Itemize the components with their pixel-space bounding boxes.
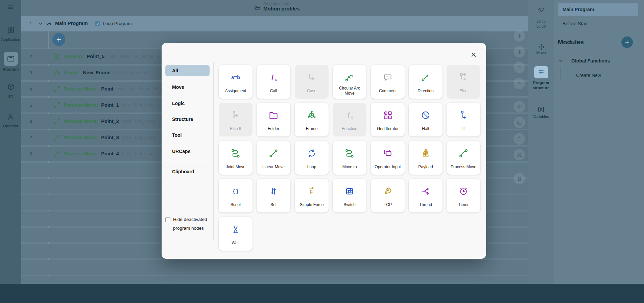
row-number: 5 [23,98,39,112]
node-tile-label: Timer [448,198,479,211]
variables-icon: {x} [538,106,544,112]
node-tile-comment[interactable]: Comment [371,65,405,99]
node-tile-payload[interactable]: Payload [409,141,443,175]
hand-guide-button[interactable] [528,5,554,14]
row-param: Create Live Frame [114,70,149,75]
row-point-name: Point_1 [101,102,119,108]
node-tile-label: Switch [334,198,365,211]
hide-deactivated-checkbox[interactable] [165,217,170,222]
create-new-button[interactable]: Create New [576,73,601,78]
panel-item-before-start[interactable]: Before Start [563,21,588,26]
node-tile-call[interactable]: ƒx Call [257,65,290,99]
tcp-icon [371,185,405,197]
rail-item-variables[interactable]: {x} [528,103,554,115]
category-clipboard[interactable]: Clipboard [165,166,210,177]
node-tile-set[interactable]: Set [257,179,290,212]
node-tile-loop[interactable]: Loop [295,141,329,175]
app-grid-icon [6,25,15,34]
redo-button[interactable] [514,61,525,73]
category-tool[interactable]: Tool [165,129,210,141]
hamburger-menu-icon[interactable] [7,3,15,11]
node-tile-process-move[interactable]: Process Move [447,141,480,175]
process-move-icon [53,130,61,145]
sidebar-item-3d[interactable]: 3D [0,95,21,99]
node-tile-switch[interactable]: Switch [333,179,366,212]
add-node-button[interactable] [52,33,65,46]
node-tile-label: Folder [258,122,289,135]
node-tile-if[interactable]: If [447,103,480,136]
row-point-name: Point_5 [87,54,104,59]
category-urcaps[interactable]: URCaps [165,146,210,157]
thread-icon [409,185,443,197]
chevron-down-icon[interactable] [558,58,564,64]
node-tile-wait[interactable]: Wait [219,217,253,251]
row-point-name: Point_4 [101,151,119,156]
row-number: 1 [23,16,39,31]
rail-item-program-structure[interactable] [528,66,554,78]
node-tile-simple-force[interactable]: F Simple Force [295,179,329,212]
node-tile-operator-input[interactable]: Operator Input [371,141,405,175]
node-tile-linear-move[interactable]: Linear Move [257,141,290,175]
node-tile-joint-move[interactable]: Joint Move [219,141,253,175]
node-tile-tcp[interactable]: TCP [371,179,405,212]
category-structure[interactable]: Structure [165,113,210,125]
row-param: base [119,54,128,59]
row-param: Tool_flange [132,54,153,59]
loop-program-checkbox[interactable] [95,21,100,26]
node-tile-assignment[interactable]: a=b Assignment [219,65,253,99]
indent-line [560,67,560,80]
node-tile-circular-arc-move[interactable]: Circular Arc Move [333,65,366,99]
node-tile-thread[interactable]: Thread [409,179,443,212]
undo-button[interactable] [514,78,525,89]
node-tile-folder[interactable]: Folder [257,103,290,136]
row-param: base [122,151,131,156]
frame-icon [53,66,61,80]
copy-button[interactable] [514,117,525,128]
node-tile-grid-iterator[interactable]: Grid Iterator [371,103,405,136]
category-logic[interactable]: Logic [165,98,210,109]
category-all[interactable]: All [165,65,210,76]
row-param: Tool_flange [129,86,150,91]
row-param: base [122,135,131,140]
linear-move-icon [257,148,290,159]
delete-button[interactable] [514,173,525,184]
else-icon [447,72,480,83]
plus-icon [569,72,575,78]
bottom-bar: Robot State Off Max -1000.00 mm/s Speed … [0,284,644,303]
cut-button[interactable] [514,149,525,160]
svg-text:F: F [310,189,313,195]
global-functions-group[interactable]: Global Functions [571,58,610,64]
add-module-button[interactable] [621,36,633,48]
node-tile-case: Case [295,65,329,99]
sidebar-item-operator[interactable]: Operator [0,124,21,128]
node-tile-frame[interactable]: Frame [295,103,329,136]
node-tile-timer[interactable]: Timer [447,179,480,212]
app-root: Program name Motion profiles Application… [0,0,644,303]
chevron-down-icon[interactable] [38,21,44,27]
list-icon [534,66,548,78]
close-button[interactable] [469,50,479,60]
node-tile-halt[interactable]: Halt [409,103,443,136]
node-tile-script[interactable]: { } Script [219,179,253,212]
tree-row-main-program[interactable]: 1 UR Main Program Loop Program [21,16,528,31]
node-tile-direction[interactable]: Direction [409,65,443,99]
paste-button[interactable] [514,133,525,145]
node-tile-move-to[interactable]: Move to [333,141,366,175]
circular-arc-move-icon [333,72,366,83]
right-rail: 28 c0 5d 36 Move Program structure{x} Va… [528,0,554,284]
node-tile-label: Call [258,84,289,97]
loop-icon [295,148,329,159]
panel-item-main-program[interactable]: Main Program [558,3,638,16]
category-move[interactable]: Move [165,81,210,93]
window-icon [6,54,15,63]
move-up-button[interactable] [514,30,525,42]
comment-icon [371,72,405,83]
move-down-button[interactable] [514,46,525,57]
sidebar-item-program[interactable]: Program [0,67,21,71]
visibility-button[interactable] [514,101,525,112]
row-label: Process Move: [64,151,98,156]
row-number: 6 [23,114,39,129]
node-tile-label: Grid Iterator [372,122,404,135]
sidebar-item-application[interactable]: Application [0,37,21,42]
row-point-name: Point [101,86,113,92]
